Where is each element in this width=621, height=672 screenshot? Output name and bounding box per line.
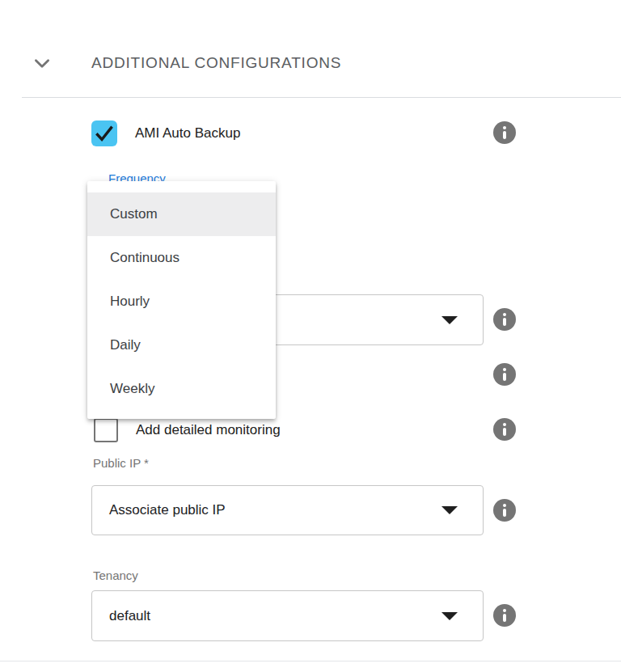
add-detailed-monitoring-info-icon[interactable] xyxy=(493,418,516,441)
info-icon-glyph xyxy=(503,126,506,129)
checkmark-icon xyxy=(93,122,116,145)
frequency-option-daily[interactable]: Daily xyxy=(87,323,276,367)
frequency-option-weekly[interactable]: Weekly xyxy=(87,367,276,411)
section-title: ADDITIONAL CONFIGURATIONS xyxy=(91,54,341,72)
obscured-field-info-icon[interactable] xyxy=(493,363,516,386)
frequency-dropdown-menu: Custom Continuous Hourly Daily Weekly xyxy=(87,181,276,419)
frequency-info-icon[interactable] xyxy=(493,308,516,331)
ami-auto-backup-info-icon[interactable] xyxy=(493,121,516,144)
section-collapse-button[interactable] xyxy=(29,50,55,76)
ami-auto-backup-label: AMI Auto Backup xyxy=(135,125,240,142)
add-detailed-monitoring-checkbox[interactable] xyxy=(94,418,118,442)
chevron-down-icon xyxy=(32,53,53,74)
public-ip-info-icon[interactable] xyxy=(493,499,516,522)
additional-configurations-panel: ADDITIONAL CONFIGURATIONS AMI Auto Backu… xyxy=(0,0,621,672)
dropdown-caret-icon xyxy=(441,316,458,324)
frequency-option-custom[interactable]: Custom xyxy=(87,192,276,236)
tenancy-select[interactable]: default xyxy=(91,590,484,641)
tenancy-info-icon[interactable] xyxy=(493,604,516,627)
ami-auto-backup-row: AMI Auto Backup xyxy=(91,120,240,146)
add-detailed-monitoring-label: Add detailed monitoring xyxy=(136,422,281,438)
frequency-option-continuous[interactable]: Continuous xyxy=(87,236,276,280)
public-ip-field-label: Public IP * xyxy=(93,456,149,470)
tenancy-select-value: default xyxy=(109,608,150,624)
bottom-divider xyxy=(0,661,621,661)
ami-auto-backup-checkbox[interactable] xyxy=(91,120,117,146)
tenancy-field-label: Tenancy xyxy=(93,568,138,582)
header-divider xyxy=(22,97,621,98)
public-ip-select[interactable]: Associate public IP xyxy=(91,485,484,535)
dropdown-caret-icon xyxy=(441,506,458,514)
add-detailed-monitoring-row: Add detailed monitoring xyxy=(94,418,281,442)
frequency-option-hourly[interactable]: Hourly xyxy=(87,280,276,323)
dropdown-caret-icon xyxy=(441,612,458,620)
public-ip-select-value: Associate public IP xyxy=(109,502,226,518)
